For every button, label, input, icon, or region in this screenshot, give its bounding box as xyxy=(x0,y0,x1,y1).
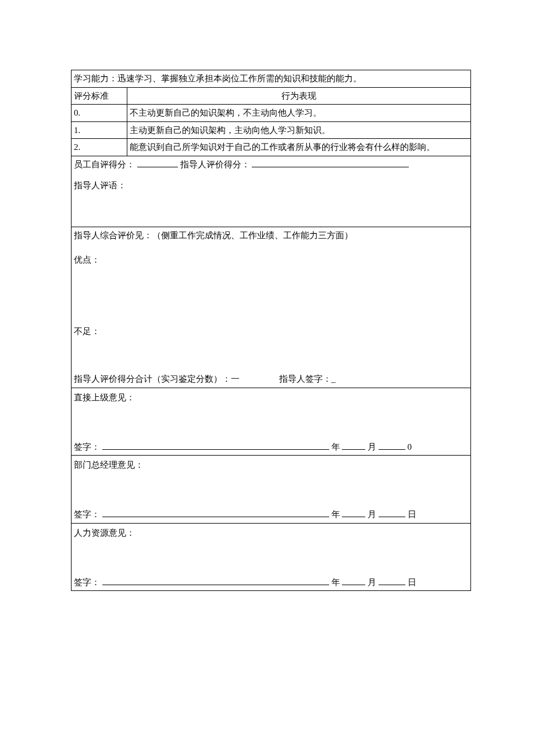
self-score-label: 员工自评得分： xyxy=(74,160,135,169)
mentor-comment-label: 指导人评语： xyxy=(74,179,468,192)
dept-row: 部门总经理意见： 签字： 年 月 日 xyxy=(72,456,471,524)
overall-comment-cell: 指导人综合评价见：（侧重工作完成情况、工作业绩、工作能力三方面） 优点： 不足：… xyxy=(72,227,471,388)
month-label: 月 xyxy=(368,510,376,519)
mentor-comment-area[interactable] xyxy=(74,192,468,225)
criteria-desc: 主动更新自己的知识架构，主动向他人学习新知识。 xyxy=(127,121,471,139)
mentor-sign-label: 指导人签字：_ xyxy=(279,374,336,384)
score-comment-cell: 员工自评得分： 指导人评价得分： 指导人评语： xyxy=(72,156,471,227)
month-blank[interactable] xyxy=(379,508,405,517)
ability-title-row: 学习能力：迅速学习、掌握独立承担本岗位工作所需的知识和技能的能力。 xyxy=(72,70,471,88)
year-blank[interactable] xyxy=(342,441,365,450)
criteria-header-right: 行为表现 xyxy=(127,87,471,105)
year-label: 年 xyxy=(331,510,340,519)
dept-title: 部门总经理意见： xyxy=(74,457,468,473)
score-comment-row: 员工自评得分： 指导人评价得分： 指导人评语： xyxy=(72,156,471,227)
supervisor-cell: 直接上级意见： 签字： 年 月 0 xyxy=(72,388,471,456)
total-score-label: 指导人评价得分合计（实习鉴定分数）：一 xyxy=(74,374,240,384)
criteria-desc: 不主动更新自己的知识架构，不主动向他人学习。 xyxy=(127,105,471,122)
self-score-blank[interactable] xyxy=(137,159,178,167)
criteria-score: 1. xyxy=(72,121,127,139)
criteria-row: 2. 能意识到自己所学知识对于自己的工作或者所从事的行业将会有什么样的影响。 xyxy=(72,139,471,156)
day-label: 日 xyxy=(408,578,416,587)
overall-comment-row: 指导人综合评价见：（侧重工作完成情况、工作业绩、工作能力三方面） 优点： 不足：… xyxy=(72,227,471,388)
criteria-score: 0. xyxy=(72,105,127,122)
sign-label: 签字： xyxy=(74,510,100,519)
hr-row: 人力资源意见： 签字： 年 月 日 xyxy=(72,523,471,591)
supervisor-row: 直接上级意见： 签字： 年 月 0 xyxy=(72,388,471,456)
sign-blank[interactable] xyxy=(102,508,329,517)
year-blank[interactable] xyxy=(342,508,365,517)
cons-area[interactable] xyxy=(74,338,468,372)
criteria-row: 1. 主动更新自己的知识架构，主动向他人学习新知识。 xyxy=(72,121,471,139)
pros-label: 优点： xyxy=(74,253,468,267)
year-blank[interactable] xyxy=(342,576,365,585)
hr-title: 人力资源意见： xyxy=(74,525,468,541)
pros-area[interactable] xyxy=(74,267,468,325)
dept-cell: 部门总经理意见： 签字： 年 月 日 xyxy=(72,456,471,524)
sign-label: 签字： xyxy=(74,442,100,452)
sign-blank[interactable] xyxy=(102,576,329,585)
day-label: 日 xyxy=(408,510,416,519)
ability-title: 学习能力：迅速学习、掌握独立承担本岗位工作所需的知识和技能的能力。 xyxy=(72,70,471,88)
year-label: 年 xyxy=(331,578,340,587)
criteria-desc: 能意识到自己所学知识对于自己的工作或者所从事的行业将会有什么样的影响。 xyxy=(127,139,471,156)
supervisor-title: 直接上级意见： xyxy=(74,390,468,406)
hr-cell: 人力资源意见： 签字： 年 月 日 xyxy=(72,523,471,591)
month-label: 月 xyxy=(368,578,376,587)
mentor-score-blank[interactable] xyxy=(252,159,409,167)
sign-blank[interactable] xyxy=(102,441,329,450)
criteria-row: 0. 不主动更新自己的知识架构，不主动向他人学习。 xyxy=(72,105,471,122)
criteria-header-row: 评分标准 行为表现 xyxy=(72,87,471,105)
year-label: 年 xyxy=(331,442,340,452)
sign-label: 签字： xyxy=(74,578,100,587)
month-blank[interactable] xyxy=(379,441,405,450)
month-blank[interactable] xyxy=(379,576,405,585)
overall-label: 指导人综合评价见：（侧重工作完成情况、工作业绩、工作能力三方面） xyxy=(74,229,468,242)
mentor-score-label: 指导人评价得分： xyxy=(180,160,250,169)
cons-label: 不足： xyxy=(74,325,468,338)
evaluation-form: 学习能力：迅速学习、掌握独立承担本岗位工作所需的知识和技能的能力。 评分标准 行… xyxy=(71,70,471,591)
criteria-header-left: 评分标准 xyxy=(72,87,127,105)
criteria-score: 2. xyxy=(72,139,127,156)
day-zero-label: 0 xyxy=(408,442,412,452)
month-label: 月 xyxy=(368,442,376,452)
